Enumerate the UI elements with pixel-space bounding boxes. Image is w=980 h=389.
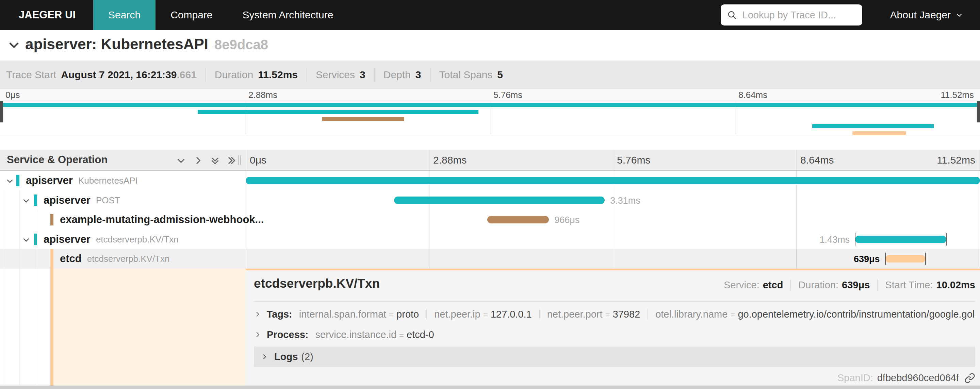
duration-value: 639μs [842,279,870,291]
nav-tabs: SearchCompareSystem Architecture [93,0,348,30]
expand-all-icon[interactable] [226,155,237,166]
tick-label: 0μs [5,90,20,100]
nav-tab-system-architecture[interactable]: System Architecture [228,0,348,30]
minimap-span [853,131,906,135]
logs-row[interactable]: Logs (2) [254,346,975,367]
expand-one-icon[interactable] [192,155,204,166]
trace-title: apiserver: KubernetesAPI8e9dca8 [25,36,268,53]
kv-separator [539,309,540,320]
span-operation-name: POST [96,195,120,206]
row-collapse-chevron-icon[interactable] [22,235,30,246]
detail-divider [254,301,975,302]
kv-value: 37982 [613,309,640,320]
chevron-down-icon [956,11,963,19]
timeline-section-header: Service & Operation 0μs2.88ms5.76ms8.64m… [0,149,980,171]
span-duration-bar[interactable] [394,197,605,204]
kv-pair[interactable]: service.instance.id=etcd-0 [315,329,434,340]
kv-value: proto [396,309,419,320]
span-id-row: SpanID: dfbebd960ced064f [837,372,975,384]
tags-row[interactable]: Tags: internal.span.format=protonet.peer… [254,306,975,322]
span-name-cell[interactable]: apiserverPOST [43,191,120,210]
minimap-ruler: 0μs2.88ms5.76ms8.64ms11.52ms [0,89,980,101]
start-time-value: 10.02ms [937,279,975,291]
span-service-name: apiserver [26,175,73,187]
collapse-trace-chevron-icon[interactable] [8,39,21,52]
trace-lookup-input[interactable] [742,9,845,21]
span-name-cell[interactable]: apiserverKubernetesAPI [26,171,138,191]
minimap-span [0,103,978,107]
nav-tab-compare[interactable]: Compare [156,0,227,30]
span-name-cell[interactable]: apiserveretcdserverpb.KV/Txn [43,230,179,249]
summary-separator [205,68,206,82]
tree-guide-line [36,210,36,386]
kv-separator [426,309,427,320]
span-duration-bar[interactable] [855,236,946,243]
bottom-scrollbar-strip[interactable] [0,386,980,389]
summary-separator [307,68,307,82]
minimap-right-handle[interactable] [977,101,980,122]
summary-value: 5 [497,69,503,81]
span-duration-label: 639μs [854,254,880,265]
nav-tab-search[interactable]: Search [93,0,156,30]
tick-label: 11.52ms [937,154,975,166]
span-name-cell[interactable]: etcdetcdserverpb.KV/Txn [60,249,170,268]
span-duration-bar[interactable] [885,255,926,262]
kv-pair[interactable]: net.peer.ip=127.0.0.1 [434,309,531,320]
collapse-all-icon[interactable] [210,155,221,166]
summary-value-suffix: .661 [177,69,196,81]
span-row: apiserverPOST3.31ms [0,191,980,210]
row-collapse-chevron-icon[interactable] [22,196,30,206]
span-row: apiserverKubernetesAPI [0,171,980,191]
deep-link-icon[interactable] [964,373,975,384]
summary-label: Total Spans [439,69,493,81]
tick-label: 2.88ms [248,90,277,100]
about-jaeger-menu[interactable]: About Jaeger [890,9,963,21]
span-duration-bar[interactable] [487,216,549,224]
top-nav: JAEGER UI SearchCompareSystem Architectu… [0,0,980,30]
span-color-bar [50,249,53,268]
span-duration-label: 966μs [554,215,579,225]
minimap-span [198,110,479,114]
column-resizer-handle[interactable] [238,156,242,165]
minimap-span [322,117,404,121]
trace-id-short: 8e9dca8 [215,37,268,52]
app-brand: JAEGER UI [0,0,93,30]
jaeger-trace-page: JAEGER UI SearchCompareSystem Architectu… [0,0,980,389]
span-bar-edge-tick [855,233,856,246]
summary-separator [374,68,375,82]
tree-guide-line [3,191,3,386]
minimap-canvas[interactable] [0,101,980,135]
minimap-left-handle[interactable] [0,101,3,122]
summary-label: Trace Start [6,69,56,81]
span-duration-label: 1.43ms [820,235,850,245]
tick-label: 0μs [250,154,266,166]
span-row: example-mutating-admission-webhook...966… [0,210,980,230]
kv-pair[interactable]: net.peer.port=37982 [547,309,640,320]
span-color-bar [50,214,53,225]
summary-value: 3 [415,69,421,81]
span-duration-bar[interactable] [246,177,980,184]
service-operation-header: Service & Operation [7,154,108,166]
chevron-right-icon [254,331,261,338]
service-value: etcd [763,279,783,291]
kv-pair[interactable]: internal.span.format=proto [299,309,419,320]
chevron-right-icon [254,310,261,318]
span-detail-title[interactable]: etcdserverpb.KV/Txn [254,276,380,291]
span-name-cell[interactable]: example-mutating-admission-webhook... [60,210,264,230]
process-row[interactable]: Process: service.instance.id=etcd-0 [254,327,975,342]
tick-label: 2.88ms [433,154,466,166]
kv-value: go.opentelemetry.io/contrib/instrumentat… [738,309,975,320]
kv-key: net.peer.port [547,309,603,320]
collapse-one-icon[interactable] [176,155,186,166]
span-operation-name: KubernetesAPI [78,175,138,186]
trace-lookup-box[interactable] [721,5,862,25]
kv-value: etcd-0 [407,329,434,340]
row-collapse-chevron-icon[interactable] [5,176,14,187]
kv-pair[interactable]: otel.library.name=go.opentelemetry.io/co… [655,309,975,320]
span-service-name: apiserver [43,233,91,246]
span-color-bar [34,195,37,206]
span-bar-edge-tick [925,252,926,265]
service-label: Service: [724,279,759,291]
tick-label: 5.76ms [617,154,650,166]
start-time-label: Start Time: [885,279,933,291]
